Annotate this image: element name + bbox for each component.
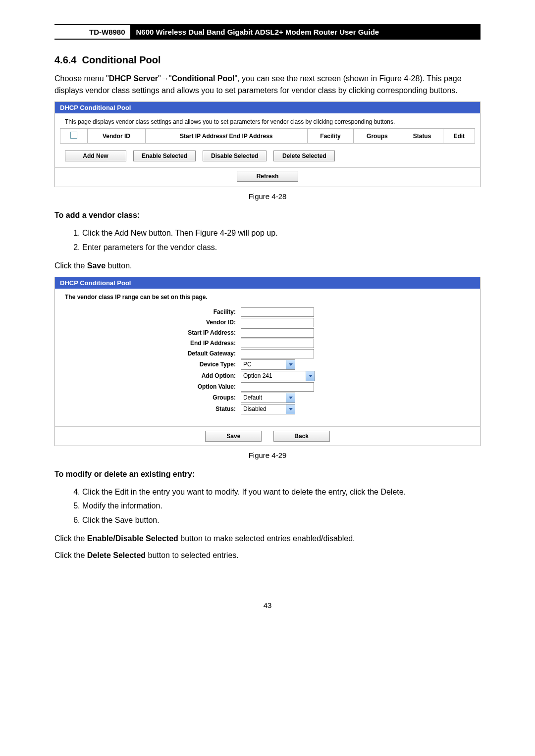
vendor-id-field[interactable] xyxy=(241,318,314,327)
section-number: 4.6.4 xyxy=(54,54,76,65)
default-gateway-field[interactable] xyxy=(241,349,314,358)
option-value-field[interactable] xyxy=(241,382,314,392)
section-heading: 4.6.4 Conditional Pool xyxy=(54,54,481,66)
table-header-checkbox[interactable] xyxy=(60,129,88,144)
page-header: TD-W8980 N600 Wireless Dual Band Gigabit… xyxy=(54,24,481,40)
modify-step-5: Modify the information. xyxy=(82,499,481,513)
fig29-description: The vendor class IP range can be set on … xyxy=(55,289,480,303)
intro-paragraph: Choose menu "DHCP Server"→"Conditional P… xyxy=(54,73,481,97)
modify-step-4: Click the Edit in the entry you want to … xyxy=(82,485,481,500)
status-select[interactable]: Disabled xyxy=(241,404,295,414)
device-type-value: PC xyxy=(241,360,286,369)
fig29-button-row: Save Back xyxy=(55,426,480,446)
chevron-down-icon xyxy=(286,393,295,403)
th-facility: Facility xyxy=(307,129,353,144)
save-button[interactable]: Save xyxy=(205,431,262,442)
fig28-button-row: Add New Enable Selected Disable Selected… xyxy=(55,149,480,167)
header-title: N600 Wireless Dual Band Gigabit ADSL2+ M… xyxy=(130,25,481,39)
disable-selected-button[interactable]: Disable Selected xyxy=(203,151,267,161)
label-facility: Facility: xyxy=(70,308,241,315)
fig29-caption: Figure 4-29 xyxy=(54,451,481,459)
start-ip-field[interactable] xyxy=(241,328,314,338)
page-number: 43 xyxy=(54,601,481,629)
th-edit: Edit xyxy=(443,129,475,144)
th-groups: Groups xyxy=(354,129,401,144)
label-vendor-id: Vendor ID: xyxy=(70,319,241,326)
modify-step-6: Click the Save button. xyxy=(82,513,481,528)
figure-4-28: DHCP Conditional Pool This page displays… xyxy=(54,101,481,187)
checkbox-icon[interactable] xyxy=(70,132,77,139)
label-groups: Groups: xyxy=(70,394,241,401)
enable-selected-button[interactable]: Enable Selected xyxy=(133,151,196,161)
chevron-down-icon xyxy=(306,371,315,381)
refresh-button[interactable]: Refresh xyxy=(237,171,298,182)
device-type-select[interactable]: PC xyxy=(241,359,295,370)
fig28-caption: Figure 4-28 xyxy=(54,192,481,201)
add-option-select[interactable]: Option 241 xyxy=(241,371,315,381)
facility-field[interactable] xyxy=(241,307,314,317)
label-status: Status: xyxy=(70,405,241,412)
chevron-down-icon xyxy=(286,360,295,369)
conditional-pool-table: Vendor ID Start IP Address/ End IP Addre… xyxy=(60,128,475,144)
label-end-ip: End IP Address: xyxy=(70,340,241,347)
add-step-2: Enter parameters for the vendor class. xyxy=(82,241,481,255)
add-vendor-heading: To add a vendor class: xyxy=(54,209,481,221)
add-step-1: Click the Add New button. Then Figure 4-… xyxy=(82,226,481,241)
label-default-gateway: Default Gateway: xyxy=(70,350,241,357)
back-button[interactable]: Back xyxy=(273,431,330,442)
add-option-value: Option 241 xyxy=(241,371,306,381)
end-ip-field[interactable] xyxy=(241,339,314,348)
delete-selected-line: Click the Delete Selected button to sele… xyxy=(54,550,481,561)
click-save-line: Click the Save button. xyxy=(54,260,481,272)
enable-disable-line: Click the Enable/Disable Selected button… xyxy=(54,533,481,545)
modify-steps: Click the Edit in the entry you want to … xyxy=(54,485,481,528)
groups-select[interactable]: Default xyxy=(241,393,295,403)
fig28-refresh-row: Refresh xyxy=(55,167,480,187)
modify-heading: To modify or delete an existing entry: xyxy=(54,468,481,480)
fig28-description: This page displays vendor class settings… xyxy=(55,113,480,128)
label-option-value: Option Value: xyxy=(70,383,241,390)
groups-value: Default xyxy=(241,393,286,403)
chevron-down-icon xyxy=(286,404,295,414)
fig29-form: Facility: Vendor ID: Start IP Address: E… xyxy=(55,303,480,422)
add-vendor-steps: Click the Add New button. Then Figure 4-… xyxy=(54,226,481,255)
th-vendor-id: Vendor ID xyxy=(88,129,146,144)
th-status: Status xyxy=(401,129,443,144)
fig29-titlebar: DHCP Conditional Pool xyxy=(55,277,480,289)
fig28-titlebar: DHCP Conditional Pool xyxy=(55,102,480,113)
delete-selected-button[interactable]: Delete Selected xyxy=(273,151,335,161)
figure-4-29: DHCP Conditional Pool The vendor class I… xyxy=(54,277,481,446)
th-ip-range: Start IP Address/ End IP Address xyxy=(145,129,307,144)
label-start-ip: Start IP Address: xyxy=(70,329,241,336)
header-model: TD-W8980 xyxy=(54,25,130,39)
status-value: Disabled xyxy=(241,404,286,414)
section-title: Conditional Pool xyxy=(82,54,161,65)
add-new-button[interactable]: Add New xyxy=(65,151,126,161)
label-add-option: Add Option: xyxy=(70,372,241,379)
label-device-type: Device Type: xyxy=(70,361,241,368)
